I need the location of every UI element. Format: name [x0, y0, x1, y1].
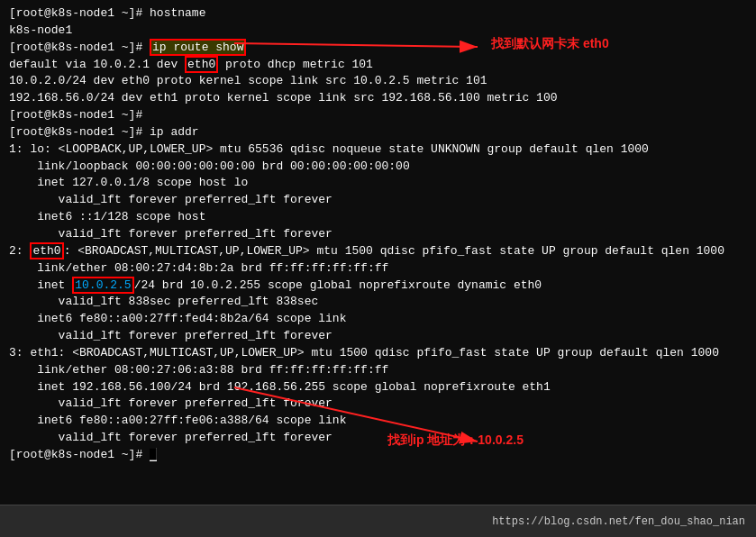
eth0-iface: eth0 — [30, 242, 63, 259]
line-12: valid_lft forever preferred_lft forever — [9, 193, 332, 206]
line-7: [root@k8s-node1 ~]# — [9, 108, 142, 122]
line-1: [root@k8s-node1 ~]# hostname — [9, 6, 205, 20]
annotation-top-right: 找到默认网卡末 eth0 — [491, 36, 609, 52]
line-23: inet 192.168.56.100/24 brd 192.168.56.25… — [9, 380, 551, 394]
line-3: [root@k8s-node1 ~]# ip route show — [9, 39, 246, 56]
line-14: valid_lft forever preferred_lft forever — [9, 227, 332, 241]
line-8: [root@k8s-node1 ~]# ip addr — [9, 125, 199, 139]
line-13: inet6 ::1/128 scope host — [9, 210, 205, 223]
line-26: valid_lft forever preferred_lft forever — [9, 431, 332, 444]
ip-route-show-cmd: ip route show — [150, 39, 246, 56]
terminal-content: [root@k8s-node1 ~]# hostname k8s-node1 [… — [9, 5, 747, 464]
line-15: 2: eth0: <BROADCAST,MULTICAST,UP,LOWER_U… — [9, 242, 724, 259]
line-27: [root@k8s-node1 ~]# █ — [9, 448, 157, 461]
footer-bar: https://blog.csdn.net/fen_dou_shao_nian — [0, 505, 756, 537]
line-5: 10.0.2.0/24 dev eth0 proto kernel scope … — [9, 74, 487, 87]
line-2: k8s-node1 — [9, 23, 72, 37]
eth0-default: eth0 — [185, 56, 218, 73]
line-6: 192.168.56.0/24 dev eth1 proto kernel sc… — [9, 91, 558, 105]
line-22: link/ether 08:00:27:06:a3:88 brd ff:ff:f… — [9, 363, 388, 377]
line-16: link/ether 08:00:27:d4:8b:2a brd ff:ff:f… — [9, 261, 388, 275]
line-9: 1: lo: <LOOPBACK,UP,LOWER_UP> mtu 65536 … — [9, 142, 649, 156]
inet-ip: 10.0.2.5 — [72, 277, 133, 294]
line-24: valid_lft forever preferred_lft forever — [9, 396, 332, 410]
line-4: default via 10.0.2.1 dev eth0 proto dhcp… — [9, 56, 373, 73]
line-17: inet 10.0.2.5/24 brd 10.0.2.255 scope gl… — [9, 277, 542, 294]
annotation-bottom-right: 找到ip 地址为：10.0.2.5 — [387, 432, 524, 449]
line-10: link/loopback 00:00:00:00:00:00 brd 00:0… — [9, 159, 410, 173]
line-18: valid_lft 838sec preferred_lft 838sec — [9, 295, 318, 308]
line-25: inet6 fe80::a00:27ff:fe06:a388/64 scope … — [9, 414, 346, 427]
line-21: 3: eth1: <BROADCAST,MULTICAST,UP,LOWER_U… — [9, 346, 719, 360]
line-19: inet6 fe80::a00:27ff:fed4:8b2a/64 scope … — [9, 312, 346, 325]
terminal: [root@k8s-node1 ~]# hostname k8s-node1 [… — [0, 0, 756, 505]
footer-url: https://blog.csdn.net/fen_dou_shao_nian — [492, 515, 745, 528]
line-20: valid_lft forever preferred_lft forever — [9, 329, 332, 342]
line-11: inet 127.0.0.1/8 scope host lo — [9, 176, 248, 189]
